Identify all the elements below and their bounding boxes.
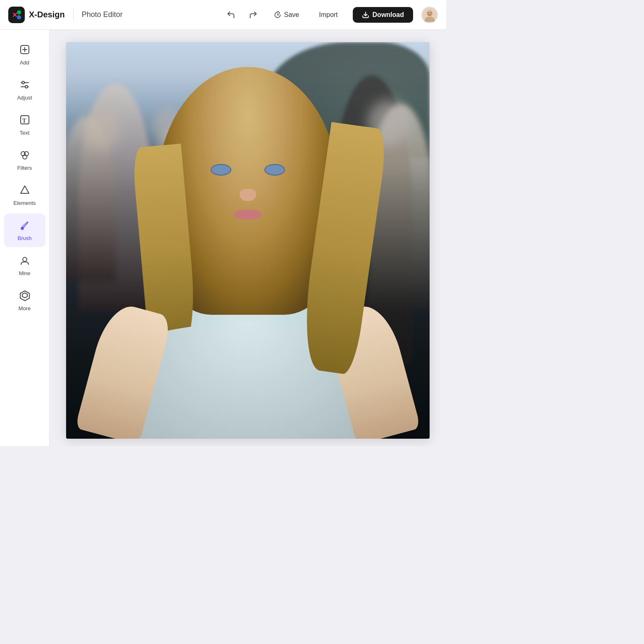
- import-button[interactable]: Import: [312, 9, 344, 21]
- svg-point-2: [17, 15, 21, 19]
- sidebar-item-add[interactable]: Add: [4, 38, 45, 71]
- brush-icon: [19, 219, 31, 233]
- sidebar-item-elements[interactable]: Elements: [4, 178, 45, 212]
- text-label: Text: [20, 130, 30, 136]
- photo-frame: [66, 42, 430, 439]
- svg-point-22: [21, 227, 24, 230]
- text-icon: T: [19, 114, 31, 127]
- header: ✕ X-Design Photo Editor: [0, 0, 446, 30]
- blur-face-1: [83, 108, 120, 150]
- svg-point-9: [430, 12, 432, 13]
- add-label: Add: [20, 59, 29, 66]
- subject-eye-left: [211, 164, 231, 176]
- logo-wrap: ✕ X-Design: [8, 7, 65, 23]
- more-icon: [19, 290, 31, 303]
- redo-button[interactable]: [246, 8, 260, 22]
- svg-point-8: [428, 12, 429, 13]
- sidebar-item-text[interactable]: T Text: [4, 108, 45, 142]
- header-divider: [73, 9, 74, 21]
- save-label: Save: [284, 11, 299, 19]
- svg-text:T: T: [22, 118, 26, 124]
- download-button[interactable]: Download: [353, 7, 413, 23]
- svg-point-1: [17, 10, 21, 14]
- app-name: X-Design: [29, 10, 65, 19]
- elements-icon: [19, 184, 31, 197]
- brush-label: Brush: [18, 235, 32, 241]
- sidebar-item-mine[interactable]: Mine: [4, 249, 45, 282]
- subject-nose: [240, 189, 256, 201]
- svg-point-23: [23, 257, 27, 261]
- mine-icon: [19, 254, 31, 268]
- save-button[interactable]: Save: [269, 8, 304, 21]
- main-layout: Add Adjust T Text: [0, 30, 446, 446]
- user-avatar[interactable]: [421, 7, 438, 23]
- mine-label: Mine: [19, 270, 30, 276]
- svg-point-21: [23, 155, 27, 159]
- sidebar-item-brush[interactable]: Brush: [4, 214, 45, 247]
- svg-point-16: [25, 86, 28, 88]
- add-icon: [19, 44, 31, 57]
- sidebar-item-more[interactable]: More: [4, 284, 45, 317]
- elements-label: Elements: [13, 200, 36, 206]
- subject-lips: [233, 209, 262, 220]
- subject-eye-right: [264, 164, 285, 176]
- filters-icon: [19, 149, 31, 162]
- download-label: Download: [373, 11, 404, 19]
- canvas-area[interactable]: [50, 30, 446, 446]
- header-actions: Save Import Download: [224, 7, 438, 23]
- app-logo-icon: ✕: [8, 7, 25, 23]
- sidebar: Add Adjust T Text: [0, 30, 50, 446]
- svg-text:✕: ✕: [12, 12, 17, 19]
- svg-point-15: [22, 81, 24, 84]
- page-title: Photo Editor: [82, 10, 123, 19]
- photo-canvas: [66, 42, 430, 439]
- adjust-icon: [19, 79, 31, 92]
- sidebar-item-adjust[interactable]: Adjust: [4, 73, 45, 107]
- undo-button[interactable]: [224, 8, 238, 22]
- more-label: More: [19, 305, 31, 311]
- adjust-label: Adjust: [17, 95, 32, 101]
- filters-label: Filters: [17, 165, 32, 171]
- sidebar-item-filters[interactable]: Filters: [4, 143, 45, 177]
